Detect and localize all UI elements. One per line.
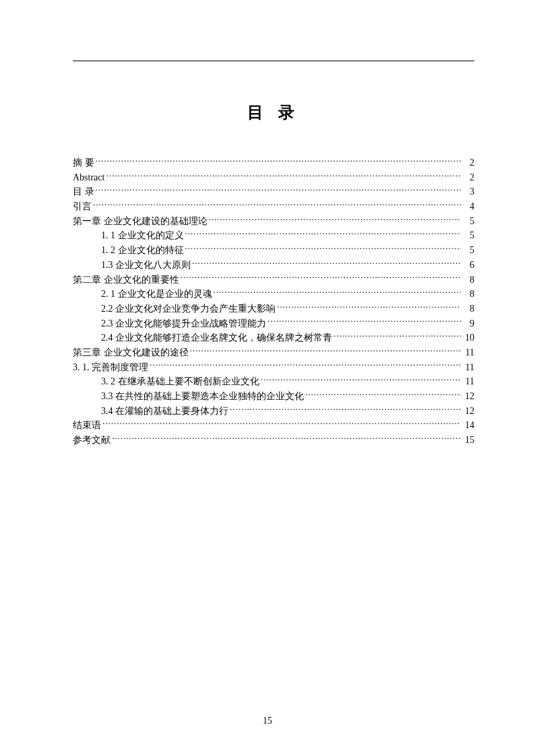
toc-entry-label: 目 录 [73,184,94,199]
toc-entry: 结束语14 [73,418,474,433]
toc-leader-dots [185,229,462,238]
toc-leader-dots [190,346,462,355]
toc-entry-label: 1. 2 企业文化的特征 [101,243,184,258]
toc-entry-page: 5 [462,214,474,229]
toc-entry-label: 3.4 在灌输的基础上要身体力行 [101,404,228,419]
toc-leader-dots [261,375,462,384]
toc-leader-dots [334,331,461,341]
toc-entry: 参考文献15 [73,433,474,448]
toc-entry: Abstract2 [73,170,474,185]
toc-entry-label: 1. 1 企业文化的定义 [101,228,184,243]
toc-entry: 目 录3 [73,184,474,199]
toc-leader-dots [102,419,461,428]
toc-entry: 1.3 企业文化八大原则6 [73,258,474,273]
toc-leader-dots [106,171,461,180]
toc-entry-page: 11 [462,374,474,389]
toc-entry-page: 6 [462,258,474,273]
toc-entry-page: 10 [462,331,474,345]
toc-entry-page: 2 [462,170,474,185]
toc-entry: 3. 2 在继承基础上要不断创新企业文化11 [73,374,474,389]
toc-entry-label: 摘 要 [73,156,94,170]
toc-entry-page: 9 [462,316,474,331]
toc-title: 目 录 [73,102,474,123]
toc-leader-dots [96,156,462,166]
toc-entry: 1. 2 企业文化的特征5 [73,243,474,258]
toc-entry: 3.4 在灌输的基础上要身体力行12 [73,404,474,419]
toc-entry-page: 8 [462,287,474,302]
toc-leader-dots [112,434,461,443]
toc-entry-label: 引言 [73,199,92,214]
toc-entry: 2.4 企业文化能够打造企业名牌文化，确保名牌之树常青10 [73,331,474,345]
toc-leader-dots [209,215,462,224]
toc-entry-label: 2.4 企业文化能够打造企业名牌文化，确保名牌之树常青 [101,331,332,345]
toc-entry-label: 2.3 企业文化能够提升企业战略管理能力 [101,316,266,331]
toc-leader-dots [268,317,461,327]
toc-entry-page: 5 [462,243,474,258]
toc-entry-page: 8 [462,273,474,287]
toc-entry-page: 2 [462,156,474,170]
toc-leader-dots [185,244,462,253]
toc-entry: 2.2 企业文化对企业竞争力会产生重大影响8 [73,302,474,316]
toc-entry-label: 第一章 企业文化建设的基础理论 [73,214,208,229]
toc-entry-label: 结束语 [73,418,101,433]
toc-entry-label: 2. 1 企业文化是企业的灵魂 [101,287,212,302]
toc-entry-page: 12 [462,404,474,419]
toc-entry-label: 3.3 在共性的基础上要塑造本企业独特的企业文化 [101,389,304,404]
toc-entry-label: 1.3 企业文化八大原则 [101,258,191,273]
toc-leader-dots [93,200,461,209]
toc-entry: 1. 1 企业文化的定义5 [73,228,474,243]
toc-entry-label: 第三章 企业文化建设的途径 [73,345,189,360]
toc-entry-page: 4 [462,199,474,214]
toc-leader-dots [181,273,462,283]
toc-entry-page: 8 [462,302,474,316]
page-number: 15 [0,716,535,726]
toc-entry-label: 2.2 企业文化对企业竞争力会产生重大影响 [101,302,276,316]
toc-entry-label: 3. 1. 完善制度管理 [73,360,148,375]
toc-entry-page: 15 [462,433,474,448]
toc-entry: 摘 要2 [73,156,474,170]
toc-entry: 3. 1. 完善制度管理11 [73,360,474,375]
toc-leader-dots [214,287,462,297]
document-page: 目 录 摘 要2Abstract2目 录3引言4第一章 企业文化建设的基础理论5… [0,0,535,756]
toc-leader-dots [96,185,462,195]
toc-list: 摘 要2Abstract2目 录3引言4第一章 企业文化建设的基础理论51. 1… [73,156,474,448]
toc-entry-label: 参考文献 [73,433,111,448]
toc-entry: 3.3 在共性的基础上要塑造本企业独特的企业文化12 [73,389,474,404]
toc-entry-label: Abstract [73,170,104,185]
toc-entry: 第二章 企业文化的重要性8 [73,273,474,287]
toc-entry: 引言4 [73,199,474,214]
toc-leader-dots [305,390,461,399]
toc-entry-label: 第二章 企业文化的重要性 [73,273,179,287]
toc-leader-dots [192,259,461,268]
toc-entry-label: 3. 2 在继承基础上要不断创新企业文化 [101,374,259,389]
toc-entry: 2. 1 企业文化是企业的灵魂8 [73,287,474,302]
toc-entry-page: 14 [462,418,474,433]
toc-leader-dots [150,361,461,370]
top-horizontal-rule [73,61,474,61]
toc-entry-page: 3 [462,184,474,199]
toc-leader-dots [230,405,461,414]
toc-entry-page: 11 [462,360,474,375]
toc-entry-page: 12 [462,389,474,404]
toc-entry: 2.3 企业文化能够提升企业战略管理能力9 [73,316,474,331]
toc-entry: 第一章 企业文化建设的基础理论5 [73,214,474,229]
toc-leader-dots [277,302,461,312]
toc-entry-page: 11 [462,345,474,360]
toc-entry-page: 5 [462,228,474,243]
toc-entry: 第三章 企业文化建设的途径11 [73,345,474,360]
